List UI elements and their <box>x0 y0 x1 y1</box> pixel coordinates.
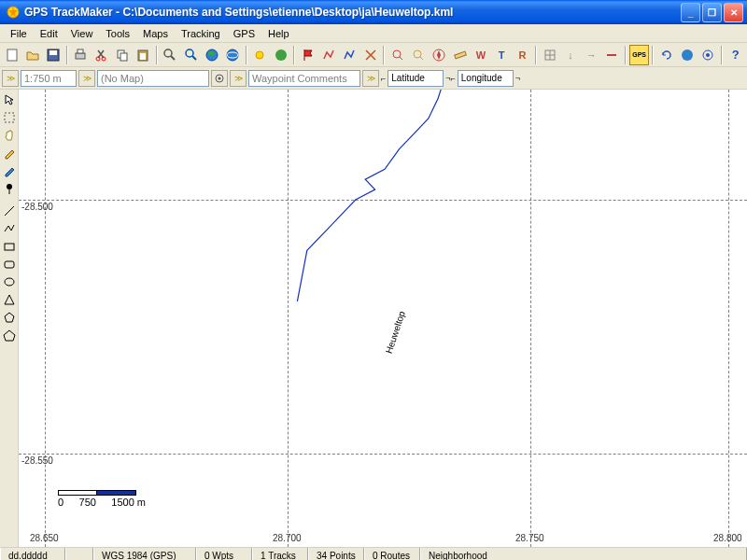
letter-r-icon[interactable]: R <box>513 45 532 65</box>
comments-input[interactable] <box>248 70 360 87</box>
refresh-icon[interactable] <box>656 45 676 65</box>
pentagon-tool-icon[interactable] <box>1 327 18 343</box>
window-title: GPS TrackMaker - C:\Documents and Settin… <box>24 6 681 19</box>
globe2-icon[interactable] <box>223 45 243 65</box>
arrow-left-icon[interactable]: → <box>582 45 601 65</box>
svg-point-23 <box>414 50 421 58</box>
line-tool-icon[interactable] <box>1 203 18 219</box>
route-icon[interactable] <box>319 45 339 65</box>
target-icon[interactable] <box>698 45 718 65</box>
map-target-button[interactable] <box>211 70 228 87</box>
rect-tool-icon[interactable] <box>1 238 18 255</box>
status-format: dd.ddddd <box>0 548 65 560</box>
grid-icon[interactable] <box>540 45 559 65</box>
rect-select-icon[interactable] <box>1 109 18 126</box>
track2-icon[interactable] <box>360 45 380 65</box>
triangle-tool-icon[interactable] <box>1 291 18 308</box>
earth-icon[interactable] <box>678 45 698 65</box>
svg-line-13 <box>171 56 175 60</box>
gps-badge-icon[interactable]: GPS <box>629 45 649 65</box>
minimize-button[interactable]: _ <box>681 3 700 22</box>
svg-rect-1 <box>7 49 17 61</box>
cut-icon[interactable] <box>92 45 111 65</box>
menu-edit[interactable]: Edit <box>34 26 64 41</box>
scale-bar: 0 750 1500 m <box>58 490 146 508</box>
svg-point-19 <box>256 51 263 59</box>
menu-tools[interactable]: Tools <box>99 26 136 41</box>
status-wpts: 0 Wpts <box>196 548 252 560</box>
new-icon[interactable] <box>2 45 21 65</box>
waypoint-tool-icon[interactable] <box>1 180 18 197</box>
secondary-toolbar: ≫ ≫ ≫ ≫ ⌐ ¬⌐ ¬ <box>0 67 747 90</box>
track-path <box>19 90 747 547</box>
svg-point-31 <box>682 49 693 61</box>
track-icon[interactable] <box>340 45 359 65</box>
close-button[interactable]: ✕ <box>724 3 743 22</box>
arrow-down-icon[interactable]: ↓ <box>560 45 580 65</box>
scale-input[interactable] <box>21 70 77 87</box>
workspace: -28.500 -28.550 28.650 28.700 28.750 28.… <box>0 90 747 547</box>
svg-point-14 <box>186 49 193 57</box>
letter-t-icon[interactable]: T <box>492 45 512 65</box>
bracket-mid: ¬⌐ <box>445 74 456 83</box>
search-icon[interactable] <box>388 45 407 65</box>
svg-point-21 <box>393 50 401 58</box>
svg-rect-11 <box>140 53 146 60</box>
menu-tracking[interactable]: Tracking <box>175 26 227 41</box>
svg-point-20 <box>275 49 287 61</box>
menubar: File Edit View Tools Maps Tracking GPS H… <box>0 24 747 43</box>
menu-file[interactable]: File <box>4 26 34 41</box>
scale-tick-2: 1500 m <box>111 497 146 508</box>
sun-icon[interactable] <box>250 45 270 65</box>
print-icon[interactable] <box>71 45 91 65</box>
pointer-tool-icon[interactable] <box>1 91 18 108</box>
longitude-input[interactable] <box>458 70 514 87</box>
save-icon[interactable] <box>44 45 63 65</box>
titlebar: GPS TrackMaker - C:\Documents and Settin… <box>0 0 747 24</box>
svg-point-42 <box>5 278 14 286</box>
bracket-right: ¬ <box>515 74 520 83</box>
zoom-fit-icon[interactable] <box>181 45 201 65</box>
paste-icon[interactable] <box>134 45 153 65</box>
separator-1 <box>1 198 18 202</box>
status-datum: WGS 1984 (GPS) <box>93 548 196 560</box>
menu-help[interactable]: Help <box>261 26 296 41</box>
compass-icon[interactable] <box>430 45 449 65</box>
svg-point-12 <box>164 49 172 57</box>
ellipse-tool-icon[interactable] <box>1 273 18 290</box>
globe3-icon[interactable] <box>271 45 290 65</box>
polygon-tool-icon[interactable] <box>1 309 18 326</box>
map-canvas[interactable]: -28.500 -28.550 28.650 28.700 28.750 28.… <box>19 90 747 547</box>
pencil2-tool-icon[interactable] <box>1 162 18 179</box>
help-icon[interactable]: ? <box>726 45 745 65</box>
status-sp1 <box>65 548 93 560</box>
letter-w-icon[interactable]: W <box>471 45 490 65</box>
flag-red-icon[interactable] <box>298 45 317 65</box>
globe1-icon[interactable] <box>202 45 221 65</box>
roundrect-tool-icon[interactable] <box>1 256 18 273</box>
svg-point-37 <box>7 184 12 189</box>
menu-maps[interactable]: Maps <box>136 26 175 41</box>
scale-go-button[interactable]: ≫ <box>2 70 19 87</box>
polyline-tool-icon[interactable] <box>1 220 18 237</box>
maximize-button[interactable]: ❐ <box>702 3 722 22</box>
comments-go-button[interactable]: ≫ <box>362 70 379 87</box>
menu-gps[interactable]: GPS <box>227 26 261 41</box>
open-icon[interactable] <box>22 45 42 65</box>
latitude-input[interactable] <box>388 70 444 87</box>
copy-icon[interactable] <box>112 45 132 65</box>
svg-rect-5 <box>78 49 83 53</box>
ruler-icon[interactable] <box>450 45 470 65</box>
filter-icon[interactable] <box>409 45 429 65</box>
svg-rect-26 <box>454 51 466 59</box>
map-go-button[interactable]: ≫ <box>230 70 247 87</box>
map-input[interactable] <box>97 70 209 87</box>
scale-tick-1: 750 <box>79 497 96 508</box>
app-icon <box>6 5 21 20</box>
pencil-tool-icon[interactable] <box>1 145 18 161</box>
menu-view[interactable]: View <box>64 26 100 41</box>
line-icon[interactable] <box>602 45 622 65</box>
scale-drop-button[interactable]: ≫ <box>78 70 95 87</box>
hand-tool-icon[interactable] <box>1 127 18 144</box>
zoom-icon[interactable] <box>161 45 180 65</box>
